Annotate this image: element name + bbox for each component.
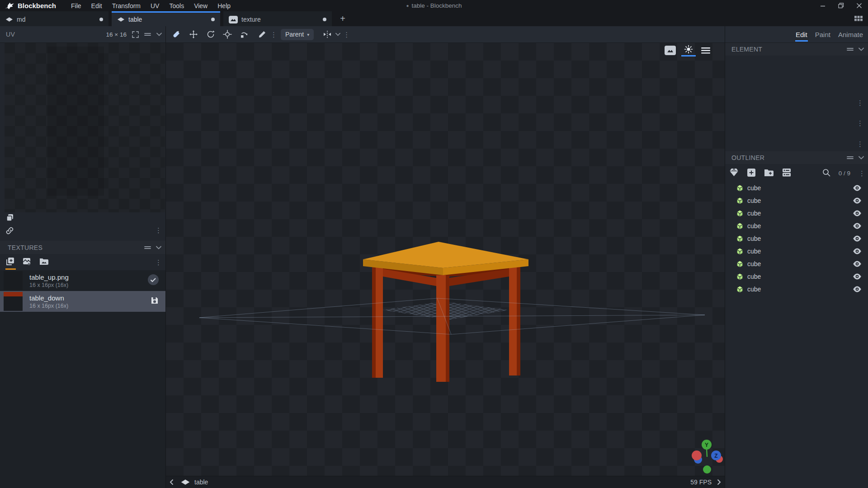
panel-drag-icon[interactable]: [144, 32, 151, 37]
collapse-panel-icon[interactable]: [156, 33, 162, 36]
transform-tool-icon[interactable]: [240, 30, 249, 39]
restore-icon[interactable]: [832, 0, 850, 11]
fullscreen-icon[interactable]: [132, 31, 139, 38]
menu-tools[interactable]: Tools: [164, 1, 189, 10]
pivot-tool-icon[interactable]: [223, 30, 232, 39]
menu-transform[interactable]: Transform: [107, 1, 146, 10]
knife-tool-icon[interactable]: [258, 30, 267, 39]
unsaved-indicator-dot[interactable]: [99, 18, 103, 21]
blockbench-logo: Blockbench: [5, 2, 56, 10]
menu-view[interactable]: View: [189, 1, 212, 10]
visibility-eye-icon[interactable]: [853, 210, 862, 216]
uv-editor-canvas[interactable]: [5, 43, 165, 212]
panel-resize-handle[interactable]: ⋮: [857, 141, 863, 147]
paint-brush-tool-icon[interactable]: [172, 30, 181, 39]
outliner-item-cube[interactable]: cube: [725, 283, 868, 296]
rotation-space-dropdown[interactable]: Parent ▾: [281, 29, 314, 40]
outliner-item-cube[interactable]: cube: [725, 245, 868, 258]
visibility-eye-icon[interactable]: [853, 273, 862, 280]
menu-help[interactable]: Help: [212, 1, 236, 10]
create-texture-icon[interactable]: [22, 257, 32, 268]
copy-icon[interactable]: [5, 213, 14, 224]
breadcrumb[interactable]: table: [194, 479, 208, 486]
visibility-eye-icon[interactable]: [853, 235, 862, 242]
viewport-menu-icon[interactable]: [701, 47, 710, 54]
save-texture-icon[interactable]: [150, 296, 159, 307]
visibility-eye-icon[interactable]: [853, 223, 862, 229]
menu-uv[interactable]: UV: [146, 1, 164, 10]
texture-saved-check-icon[interactable]: [147, 274, 159, 287]
texture-preview-stripe: [4, 292, 23, 296]
mirror-icon[interactable]: [323, 30, 332, 39]
visibility-eye-icon[interactable]: [853, 185, 862, 191]
cube-icon: [736, 222, 744, 230]
chevron-down-icon[interactable]: [335, 33, 340, 36]
mode-tab-edit[interactable]: Edit: [795, 28, 808, 42]
unsaved-indicator-dot[interactable]: [211, 18, 215, 21]
tab-texture[interactable]: texture: [223, 11, 332, 26]
project-tabbar: md table texture +: [0, 11, 868, 26]
gem-icon[interactable]: [729, 168, 739, 178]
add-group-folder-icon[interactable]: [764, 169, 774, 178]
texture-item-table-down[interactable]: table_down 16 x 16px (16x): [0, 291, 165, 312]
tab-md[interactable]: md: [0, 11, 108, 26]
import-texture-folder-icon[interactable]: [39, 257, 49, 267]
uv-panel-header: UV 16 × 16: [0, 26, 165, 43]
panel-resize-handle[interactable]: ⋮: [859, 170, 865, 177]
panel-resize-handle[interactable]: ⋮: [155, 227, 162, 234]
model-diamond-icon: [117, 17, 125, 22]
visibility-eye-icon[interactable]: [853, 261, 862, 267]
panel-drag-icon[interactable]: [847, 47, 854, 52]
import-texture-icon[interactable]: [5, 257, 15, 268]
mode-tab-animate[interactable]: Animate: [838, 28, 863, 42]
viewport-canvas[interactable]: Z Y: [166, 43, 725, 476]
visibility-eye-icon[interactable]: [853, 248, 862, 254]
outliner-item-cube[interactable]: cube: [725, 194, 868, 207]
shading-sun-icon[interactable]: [684, 44, 693, 54]
new-tab-button[interactable]: +: [335, 11, 350, 26]
close-icon[interactable]: [850, 0, 868, 11]
add-cube-icon[interactable]: [747, 168, 756, 179]
visibility-eye-icon[interactable]: [853, 286, 862, 292]
menu-edit[interactable]: Edit: [86, 1, 107, 10]
panel-drag-icon[interactable]: [847, 155, 854, 160]
mode-tab-paint[interactable]: Paint: [815, 28, 831, 42]
outliner-item-cube[interactable]: cube: [725, 182, 868, 194]
panel-resize-handle[interactable]: ⋮: [857, 99, 863, 106]
link-icon[interactable]: [5, 226, 14, 237]
visibility-eye-icon[interactable]: [853, 197, 862, 204]
outliner-item-cube[interactable]: cube: [725, 220, 868, 232]
uv-size-label: 16 × 16: [106, 31, 127, 38]
outliner-item-cube[interactable]: cube: [725, 270, 868, 283]
collapse-panel-icon[interactable]: [156, 246, 161, 249]
outliner-item-cube[interactable]: cube: [725, 207, 868, 220]
outliner-item-cube[interactable]: cube: [725, 258, 868, 270]
chevron-right-icon[interactable]: [717, 479, 721, 485]
minimize-icon[interactable]: [814, 0, 832, 11]
move-tool-icon[interactable]: [189, 30, 198, 39]
tab-overview-grid-icon[interactable]: [854, 11, 863, 26]
screenshot-image-icon[interactable]: [665, 46, 676, 55]
tab-table[interactable]: table: [112, 11, 220, 26]
cube-icon: [736, 210, 744, 217]
cube-icon: [736, 273, 744, 281]
texture-item-table-up[interactable]: table_up.png 16 x 16px (16x): [0, 270, 165, 291]
chevron-left-icon[interactable]: [170, 479, 174, 485]
toolbar-menu-handle[interactable]: ⋮: [343, 31, 350, 38]
axis-y-label: Y: [705, 442, 708, 448]
rotate-tool-icon[interactable]: [206, 30, 215, 39]
menu-file[interactable]: File: [66, 1, 86, 10]
panel-resize-handle[interactable]: ⋮: [155, 259, 162, 266]
panel-drag-icon[interactable]: [144, 245, 151, 250]
outliner-panel-header: OUTLINER: [725, 151, 868, 164]
group-list-icon[interactable]: [782, 168, 791, 178]
collapse-panel-icon[interactable]: [859, 47, 864, 51]
panel-resize-handle[interactable]: ⋮: [857, 120, 863, 127]
outliner-item-cube[interactable]: cube: [725, 232, 868, 245]
unsaved-indicator-dot[interactable]: [323, 18, 326, 21]
table-model[interactable]: [363, 242, 528, 382]
collapse-panel-icon[interactable]: [859, 156, 864, 160]
search-icon[interactable]: [822, 169, 830, 178]
toolbar-overflow-handle[interactable]: ⋮: [270, 31, 277, 38]
view-axis-gizmo[interactable]: Z Y: [692, 440, 723, 474]
